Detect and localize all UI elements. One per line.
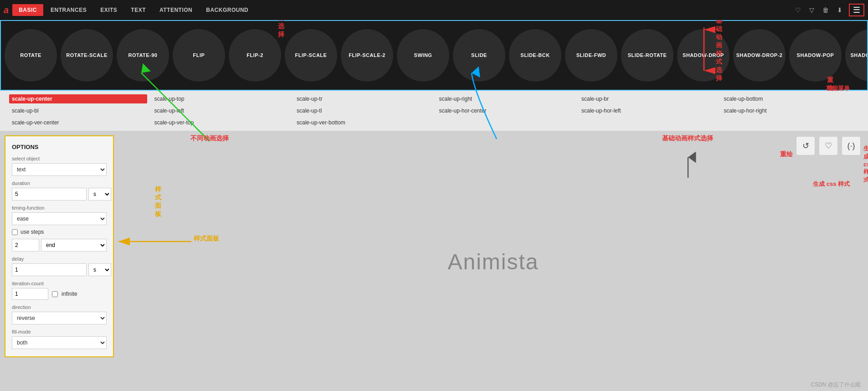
anim-name-item[interactable]: scale-up-bl <box>9 106 147 115</box>
circle-shadow-drop-2[interactable]: SHADOW-DROP-2 <box>733 29 786 82</box>
fill-mode-label: fill-mode <box>12 329 107 334</box>
tab-entrances[interactable]: ENTRANCES <box>44 4 93 16</box>
anim-name-item <box>437 118 575 127</box>
circle-slide[interactable]: SLIDE <box>453 29 505 82</box>
timing-function-label: timing-function <box>12 205 107 211</box>
anim-name-item[interactable]: scale-up-tl <box>294 106 432 115</box>
anim-name-item[interactable]: scale-up-bottom <box>721 94 859 103</box>
anim-names-grid: scale-up-centerscale-up-topscale-up-trsc… <box>0 91 868 131</box>
anim-name-item[interactable]: scale-up-ver-top <box>152 118 290 127</box>
generate-css-button[interactable]: (·) <box>842 136 861 155</box>
right-buttons: ↺ ♡ (·) <box>796 136 861 155</box>
nav-right: ♡ ▽ 🗑 ⬇ ☰ <box>793 4 864 16</box>
anim-name-item[interactable]: scale-up-hor-center <box>437 106 575 115</box>
animista-text: Animista <box>447 249 539 274</box>
anim-name-item[interactable]: scale-up-tr <box>294 94 432 103</box>
options-title: OPTIONS <box>12 144 107 150</box>
circle-slide-bck[interactable]: SLIDE-BCK <box>509 29 561 82</box>
direction-dropdown[interactable]: reverse normal alternate alternate-rever… <box>12 312 107 324</box>
main-area: OPTIONS select object text div span butt… <box>0 131 868 391</box>
anim-name-item[interactable]: scale-up-hor-right <box>721 106 859 115</box>
anim-name-item[interactable]: scale-up-ver-bottom <box>294 118 432 127</box>
anim-name-item <box>721 118 859 127</box>
direction-label: direction <box>12 304 107 310</box>
iteration-count-label: iteration-count <box>12 281 107 286</box>
use-steps-checkbox[interactable] <box>12 229 18 235</box>
circle-slide-rotate[interactable]: SLIDE-ROTATE <box>621 29 673 82</box>
filter-icon[interactable]: ▽ <box>807 5 816 15</box>
annotation-style-panel: 样式面板 <box>155 185 161 218</box>
steps-row: end start <box>12 239 107 252</box>
delay-row: s ms <box>12 263 107 276</box>
nav-tabs: BASIC ENTRANCES EXITS TEXT ATTENTION BAC… <box>12 4 255 16</box>
delay-label: delay <box>12 256 107 262</box>
circle-flip-2[interactable]: FLIP-2 <box>229 29 281 82</box>
anim-name-item <box>579 118 717 127</box>
anim-name-item[interactable]: scale-up-hor-left <box>579 106 717 115</box>
heart-icon[interactable]: ♡ <box>793 5 803 15</box>
circle-flip[interactable]: FLIP <box>173 29 225 82</box>
canvas-area: Animista 不同动画选择 基础动画样式选择 样式面板 重绘 生成 css … <box>118 131 868 391</box>
circle-shadow-inset[interactable]: SHADOW-INSET <box>845 29 868 82</box>
tab-exits[interactable]: EXITS <box>94 4 123 16</box>
trash-icon[interactable]: 🗑 <box>821 5 831 15</box>
logo: a <box>4 5 9 15</box>
watermark: CSDN @忘了什么呢 <box>811 381 861 389</box>
infinite-label: infinite <box>62 291 77 297</box>
circle-rotate-90[interactable]: ROTATE-90 <box>117 29 169 82</box>
anim-name-item[interactable]: scale-up-center <box>9 94 147 103</box>
duration-row: s ms <box>12 188 107 201</box>
timing-function-dropdown[interactable]: ease linear ease-in ease-out ease-in-out… <box>12 212 107 225</box>
anim-name-item[interactable]: scale-up-left <box>152 106 290 115</box>
fill-mode-dropdown[interactable]: both none forwards backwards <box>12 336 107 349</box>
favorite-button[interactable]: ♡ <box>819 136 838 155</box>
menu-button[interactable]: ☰ <box>849 4 864 16</box>
circle-shadow-drop[interactable]: SHADOW-DROP <box>677 29 729 82</box>
duration-unit-select[interactable]: s ms <box>88 188 111 201</box>
circle-swing[interactable]: SWING <box>397 29 449 82</box>
tab-background[interactable]: BACKGROUND <box>200 4 255 16</box>
use-steps-label: use steps <box>21 229 44 235</box>
circle-slide-fwd[interactable]: SLIDE-FWD <box>565 29 617 82</box>
circle-rotate[interactable]: ROTATE <box>5 29 57 82</box>
top-nav: a BASIC ENTRANCES EXITS TEXT ATTENTION B… <box>0 0 868 20</box>
circle-flip-scale[interactable]: FLIP-SCALE <box>285 29 337 82</box>
redraw-button[interactable]: ↺ <box>796 136 815 155</box>
iteration-row: infinite <box>12 288 107 300</box>
anim-name-item[interactable]: scale-up-right <box>437 94 575 103</box>
select-object-dropdown[interactable]: text div span button <box>12 163 107 176</box>
annotation-generate-css: 生成 css 样式 <box>863 144 868 184</box>
circles-row: ROTATEROTATE-SCALEROTATE-90FLIPFLIP-2FLI… <box>0 20 868 91</box>
duration-input[interactable] <box>12 188 87 201</box>
circle-shadow-pop[interactable]: SHADOW-POP <box>789 29 842 82</box>
steps-input[interactable] <box>12 239 39 252</box>
tab-text[interactable]: TEXT <box>124 4 152 16</box>
download-icon[interactable]: ⬇ <box>835 5 844 15</box>
duration-label: duration <box>12 180 107 186</box>
circle-flip-scale-2[interactable]: FLIP-SCALE-2 <box>341 29 393 82</box>
anim-name-item[interactable]: scale-up-top <box>152 94 290 103</box>
select-object-label: select object <box>12 156 107 161</box>
use-steps-row: use steps <box>12 229 107 235</box>
delay-unit-select[interactable]: s ms <box>88 263 111 276</box>
steps-end-select[interactable]: end start <box>41 239 107 252</box>
delay-input[interactable] <box>12 263 87 276</box>
options-panel: OPTIONS select object text div span butt… <box>5 135 114 357</box>
tab-attention[interactable]: ATTENTION <box>153 4 199 16</box>
anim-name-item[interactable]: scale-up-br <box>579 94 717 103</box>
tab-basic[interactable]: BASIC <box>12 4 43 16</box>
anim-name-item[interactable]: scale-up-ver-center <box>9 118 147 127</box>
iteration-input[interactable] <box>12 288 48 300</box>
circle-rotate-scale[interactable]: ROTATE-SCALE <box>61 29 113 82</box>
infinite-checkbox[interactable] <box>52 291 58 297</box>
